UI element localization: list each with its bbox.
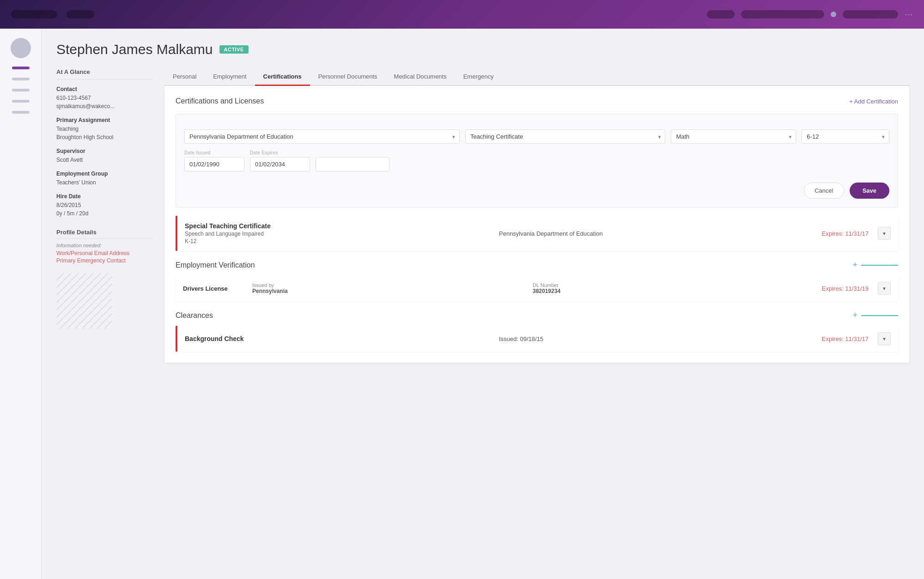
form-row-1: ​ Pennsylvania Department of Education ▼ <box>184 122 889 144</box>
background-check-row: Background Check Issued: 09/18/15 Expire… <box>176 326 898 352</box>
cert-type-field: ​ Teaching Certificate ▼ <box>465 122 665 144</box>
extra-field: ​ <box>316 150 389 171</box>
background-check-dropdown-button[interactable]: ▼ <box>878 332 891 345</box>
add-row-line <box>861 265 898 266</box>
right-panel: Personal Employment Certifications Perso… <box>164 68 909 363</box>
cert-item-special-teaching: Special Teaching Certificate Speech and … <box>176 216 898 251</box>
save-button[interactable]: Save <box>850 183 889 199</box>
cert-type-select-wrapper[interactable]: Teaching Certificate ▼ <box>465 129 665 144</box>
nav-dot <box>831 12 836 17</box>
date-expires-input[interactable] <box>250 157 310 171</box>
grade-select-wrapper[interactable]: 6-12 ▼ <box>802 129 889 144</box>
date-expires-label: Date Expires <box>250 150 310 155</box>
primary-assignment-label: Primary Assignment <box>56 117 153 123</box>
cert-item-issuer: Pennsylvania Department of Education <box>499 230 804 237</box>
issued-by-cell: Issued by Pennsylvania <box>252 282 523 294</box>
cert-section-header: Certifications and Licenses + Add Certif… <box>176 97 898 105</box>
profile-name: Stephen James Malkamu <box>56 42 213 57</box>
tabs: Personal Employment Certifications Perso… <box>164 68 909 86</box>
emergency-contact-link[interactable]: Primary Emergency Contact <box>56 257 153 264</box>
extra-input[interactable] <box>316 157 389 171</box>
sidebar-item-5[interactable] <box>12 111 30 114</box>
date-expires-field: Date Expires <box>250 150 310 171</box>
primary-assignment-role: Teaching <box>56 125 153 133</box>
drivers-license-label: Drivers License <box>183 285 243 292</box>
cert-type-select[interactable]: Teaching Certificate <box>465 129 665 144</box>
tab-emergency[interactable]: Emergency <box>455 68 502 86</box>
date-issued-label: Date Issued <box>184 150 244 155</box>
status-badge: ACTIVE <box>219 45 249 54</box>
issued-by-sub: Issued by <box>252 282 523 288</box>
add-certification-link[interactable]: + Add Certification <box>849 98 898 105</box>
sidebar <box>0 29 42 579</box>
subject-select[interactable]: Math <box>671 129 796 144</box>
contact-phone: 610-123-4567 <box>56 94 153 102</box>
certifications-card: Certifications and Licenses + Add Certif… <box>164 86 909 363</box>
cert-item-dropdown-button[interactable]: ▼ <box>878 227 891 240</box>
employment-group-label: Employment Group <box>56 171 153 177</box>
info-needed-label: Information needed: <box>56 243 153 248</box>
cert-item-name: Special Teaching Certificate <box>185 222 490 230</box>
drivers-license-expires: Expires: 11/31/19 <box>813 285 869 292</box>
cert-type-label: ​ <box>465 122 665 128</box>
sidebar-item-3[interactable] <box>12 89 30 91</box>
background-check-name: Background Check <box>185 335 490 342</box>
nav-settings-icon[interactable]: ⋯ <box>905 9 913 19</box>
supervisor-label: Supervisor <box>56 148 153 154</box>
issued-by-value: Pennsylvania <box>252 288 523 294</box>
dl-number-sub: DL Number <box>533 282 804 288</box>
plus-icon: + <box>852 260 857 270</box>
contact-email: sjmalkamus@wakeco... <box>56 102 153 110</box>
work-email-link[interactable]: Work/Personal Email Address <box>56 250 153 256</box>
cert-section-title: Certifications and Licenses <box>176 97 264 105</box>
sidebar-item-4[interactable] <box>12 100 30 103</box>
hire-date-value: 8/26/2015 <box>56 201 153 209</box>
issuing-org-select[interactable]: Pennsylvania Department of Education <box>184 129 460 144</box>
cancel-button[interactable]: Cancel <box>804 183 844 199</box>
nav-pill-4[interactable] <box>741 10 824 18</box>
issuing-org-select-wrapper[interactable]: Pennsylvania Department of Education ▼ <box>184 129 460 144</box>
drivers-license-dropdown-button[interactable]: ▼ <box>878 282 891 295</box>
main-content: Stephen James Malkamu ACTIVE At A Glance… <box>42 29 924 579</box>
grade-label: ​ <box>802 122 889 128</box>
profile-details-title: Profile Details <box>56 229 153 239</box>
primary-assignment-school: Broughton High School <box>56 133 153 141</box>
tab-personnel-documents[interactable]: Personnel Documents <box>310 68 386 86</box>
add-employment-verification-button[interactable]: + <box>852 260 898 270</box>
sidebar-item-2[interactable] <box>12 78 30 80</box>
left-panel: At A Glance Contact 610-123-4567 sjmalka… <box>56 68 153 363</box>
add-clearance-button[interactable]: + <box>852 311 898 320</box>
nav-pill-3[interactable] <box>707 10 735 18</box>
hire-date-label: Hire Date <box>56 193 153 200</box>
background-check-expires: Expires: 11/31/17 <box>813 335 869 342</box>
top-nav: ⋯ <box>0 0 924 29</box>
date-issued-input[interactable] <box>184 157 244 171</box>
nav-pill-2[interactable] <box>67 10 94 18</box>
drivers-license-row: Drivers License Issued by Pennsylvania D… <box>176 275 898 301</box>
background-check-info: Background Check <box>185 335 490 342</box>
tab-personal[interactable]: Personal <box>164 68 205 86</box>
form-actions: Cancel Save <box>184 178 889 199</box>
tab-certifications[interactable]: Certifications <box>255 68 310 86</box>
cert-item-info: Special Teaching Certificate Speech and … <box>185 222 490 244</box>
issuing-org-field: ​ Pennsylvania Department of Education ▼ <box>184 122 460 144</box>
extra-field-label: ​ <box>316 150 389 155</box>
cert-item-sub1: Speech and Language Impaired <box>185 231 490 237</box>
subject-label: ​ <box>671 122 796 128</box>
clearance-add-row-line <box>861 315 898 316</box>
grade-select[interactable]: 6-12 <box>802 129 889 144</box>
sidebar-item-active[interactable] <box>12 67 30 69</box>
avatar <box>11 38 31 58</box>
tab-medical-documents[interactable]: Medical Documents <box>386 68 455 86</box>
date-issued-field: Date Issued <box>184 150 244 171</box>
nav-pill-1[interactable] <box>11 10 57 18</box>
clearances-header: Clearances + <box>176 311 898 320</box>
profile-header: Stephen James Malkamu ACTIVE <box>56 42 909 57</box>
subject-select-wrapper[interactable]: Math ▼ <box>671 129 796 144</box>
contact-label: Contact <box>56 86 153 92</box>
clearances-title: Clearances <box>176 311 213 320</box>
tab-employment[interactable]: Employment <box>205 68 255 86</box>
nav-pill-5[interactable] <box>843 10 898 18</box>
employment-verification-header: Employment Verification + <box>176 260 898 270</box>
form-row-2: Date Issued Date Expires ​ <box>184 150 889 171</box>
